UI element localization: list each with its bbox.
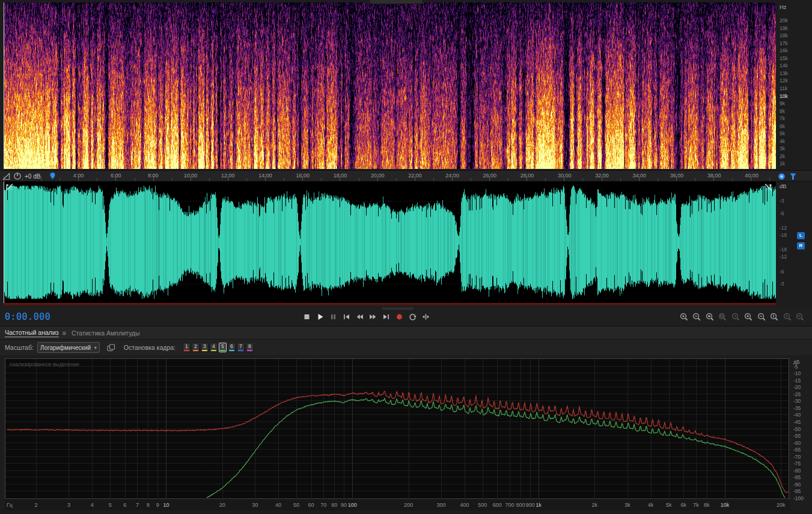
gain-value: +0 dB	[25, 173, 40, 180]
timeline-tick-label: 28:00	[519, 173, 536, 179]
x-tick-label: 10	[157, 502, 174, 508]
frequency-graph-canvas[interactable]	[5, 359, 789, 498]
record-icon	[395, 313, 404, 321]
x-tick-label: 8k	[698, 502, 715, 508]
skip-to-start-button[interactable]	[340, 311, 352, 322]
zoom-full-button[interactable]	[717, 311, 728, 322]
x-tick-label: 1k	[530, 502, 547, 508]
shuttle-icon	[421, 313, 430, 321]
x-tick-label: 30	[246, 502, 263, 508]
zoom-in-v-button[interactable]	[769, 311, 780, 322]
stop-button[interactable]	[301, 311, 313, 322]
playhead-line[interactable]	[4, 2, 4, 169]
play-button[interactable]	[314, 311, 326, 322]
hold-button-1[interactable]: 1	[183, 343, 191, 352]
frequency-scale: Hz 20k19k18k17k16k15k14k13k12k11k10k9k8k…	[778, 2, 811, 169]
frequency-tick-label: 2k	[780, 153, 785, 159]
stop-icon	[302, 313, 311, 321]
skim-button[interactable]	[420, 311, 432, 322]
hold-number: 4	[210, 343, 217, 350]
magnifier-icon	[718, 313, 727, 321]
zoom-out-button[interactable]	[691, 311, 703, 322]
x-tick-label: 2k	[586, 502, 603, 508]
pause-button[interactable]	[327, 311, 339, 322]
zoom-selection-button[interactable]	[704, 311, 715, 322]
x-tick-label: 300	[433, 502, 450, 508]
fade-in-handle-icon[interactable]	[5, 183, 13, 191]
hold-button-2[interactable]: 2	[192, 343, 200, 352]
tab-amplitude-statistics[interactable]: Статистика Амплитуды	[72, 329, 139, 337]
timeline-tick-label: 8:00	[145, 173, 162, 179]
x-tick-label: 20k	[772, 502, 789, 508]
fade-icon	[2, 173, 10, 180]
y-tick-label: -55	[793, 433, 801, 439]
tab-frequency-analysis[interactable]: Частотный анализ ≡	[5, 329, 66, 337]
zoom-out-v-button[interactable]	[781, 311, 793, 322]
graph-x-axis: Гц 2345678910203040506070809010020030040…	[5, 498, 790, 510]
frequency-tick-label: 6k	[780, 123, 785, 129]
magnifier-icon	[744, 313, 752, 321]
zoom-reset-button[interactable]	[795, 311, 806, 322]
timeline-tick-label: 24:00	[444, 173, 461, 179]
zoom-in-h-button[interactable]	[743, 311, 754, 322]
magnifier-icon	[706, 313, 714, 321]
gain-knob-icon[interactable]	[13, 172, 22, 180]
y-tick-label: -40	[793, 412, 801, 418]
timeline-tick-label: 16:00	[295, 173, 311, 179]
playhead-line[interactable]	[4, 182, 4, 303]
pause-icon	[329, 313, 338, 321]
hold-button-8[interactable]: 8	[246, 343, 254, 352]
y-tick-label: -75	[793, 460, 801, 467]
timeline-tick-label: 18:00	[332, 173, 349, 179]
copy-graph-icon[interactable]	[107, 344, 115, 352]
x-tick-label: 20	[214, 502, 231, 508]
waveform-canvas[interactable]	[4, 182, 776, 303]
rewind-button[interactable]	[353, 311, 365, 322]
y-tick-label: -20	[793, 384, 801, 390]
record-button[interactable]	[393, 311, 405, 322]
loop-playback-button[interactable]	[406, 311, 418, 322]
graph-y-axis: дБ -5-10-15-20-25-30-35-40-45-50-55-60-6…	[792, 358, 811, 503]
x-tick-label: 4k	[643, 502, 659, 508]
timeline-tick-label: 22:00	[406, 173, 423, 179]
zoom-sel-in-button[interactable]	[730, 311, 741, 322]
y-tick-label: -95	[793, 488, 801, 494]
frequency-tick-label: 16k	[780, 47, 788, 54]
audition-editor-window: Hz 20k19k18k17k16k15k14k13k12k11k10k9k8k…	[0, 0, 812, 514]
zoom-out-h-button[interactable]	[756, 311, 767, 322]
transport-bar: 0:00.000	[0, 308, 812, 326]
fade-out-handle-icon[interactable]	[765, 183, 772, 191]
y-tick-label: -25	[793, 391, 801, 397]
frequency-tick-label: 8k	[780, 108, 785, 114]
amplitude-tick-label: -6	[780, 269, 784, 275]
frequency-tick-label: 10k	[780, 93, 788, 99]
hold-button-7[interactable]: 7	[237, 343, 245, 352]
hold-button-6[interactable]: 6	[228, 343, 236, 352]
hold-button-4[interactable]: 4	[210, 343, 218, 352]
x-tick-label: 400	[456, 502, 473, 508]
y-tick-label: -45	[793, 419, 801, 425]
funnel-icon[interactable]	[789, 173, 797, 180]
gain-hud[interactable]: +0 dB	[2, 171, 40, 181]
playhead-marker-icon[interactable]	[49, 172, 56, 180]
fast-forward-button[interactable]	[367, 311, 379, 322]
hold-number: 2	[192, 343, 199, 350]
x-tick-label: 3	[60, 502, 77, 508]
timeline-ruler[interactable]: 4:006:008:0010:0012:0014:0016:0018:0020:…	[0, 170, 812, 182]
zoom-in-button[interactable]	[678, 311, 689, 322]
scale-select[interactable]: Логарифмический ▾	[37, 342, 100, 353]
panel-menu-icon[interactable]: ≡	[63, 329, 66, 337]
clip-selection-bar[interactable]	[4, 303, 776, 305]
channel-left-button[interactable]: L	[797, 232, 805, 239]
hold-button-5[interactable]: 5	[219, 343, 227, 352]
time-display[interactable]: 0:00.000	[5, 311, 50, 322]
x-tick-label: 40	[270, 502, 287, 508]
hold-color-bar	[247, 350, 252, 351]
play-icon	[316, 313, 325, 321]
hold-button-3[interactable]: 3	[201, 343, 209, 352]
channel-right-button[interactable]: R	[797, 242, 805, 249]
spectrogram-canvas[interactable]	[4, 2, 776, 169]
circle-indicator-icon[interactable]	[778, 173, 786, 180]
panel-resize-handle[interactable]	[369, 0, 423, 4]
skip-to-end-button[interactable]	[380, 311, 392, 322]
